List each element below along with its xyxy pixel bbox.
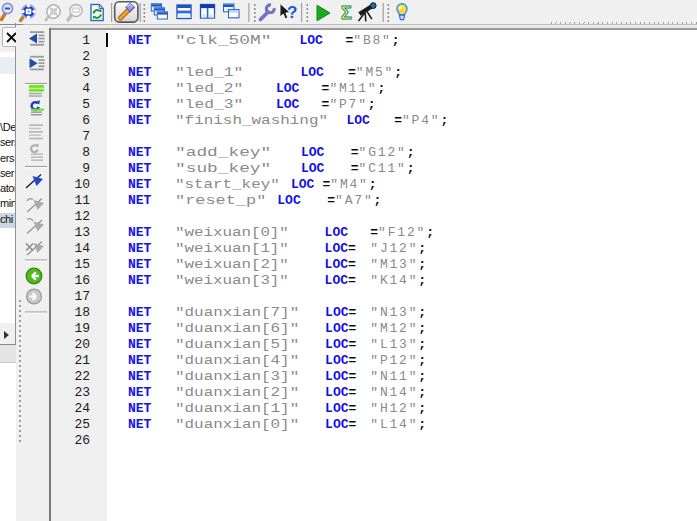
svg-text:?: ?: [287, 3, 297, 22]
svg-text:Σ: Σ: [341, 3, 352, 23]
